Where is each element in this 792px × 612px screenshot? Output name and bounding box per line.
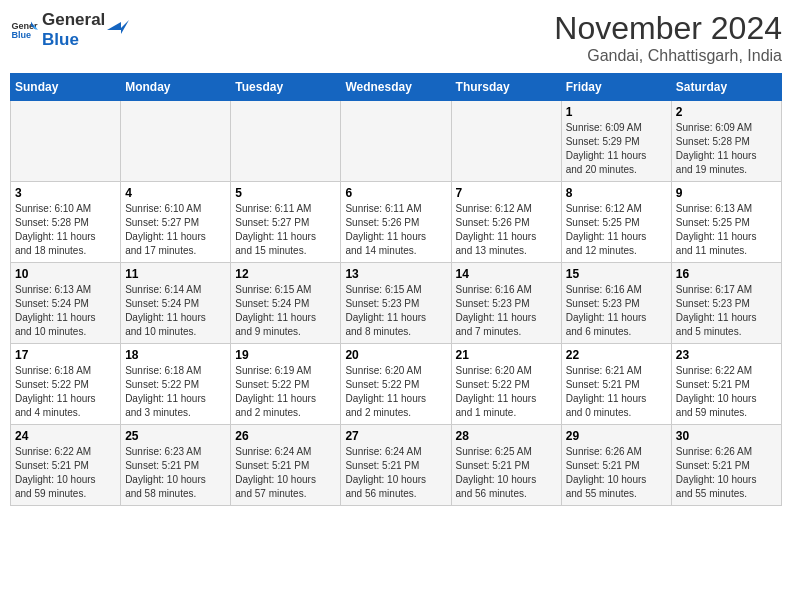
calendar-cell: 23Sunrise: 6:22 AM Sunset: 5:21 PM Dayli…	[671, 344, 781, 425]
day-info: Sunrise: 6:23 AM Sunset: 5:21 PM Dayligh…	[125, 445, 226, 501]
day-number: 29	[566, 429, 667, 443]
day-info: Sunrise: 6:25 AM Sunset: 5:21 PM Dayligh…	[456, 445, 557, 501]
calendar-cell	[121, 101, 231, 182]
calendar-cell: 19Sunrise: 6:19 AM Sunset: 5:22 PM Dayli…	[231, 344, 341, 425]
calendar-cell	[11, 101, 121, 182]
day-info: Sunrise: 6:22 AM Sunset: 5:21 PM Dayligh…	[676, 364, 777, 420]
calendar-cell: 7Sunrise: 6:12 AM Sunset: 5:26 PM Daylig…	[451, 182, 561, 263]
calendar-cell	[341, 101, 451, 182]
logo-bird-icon	[107, 16, 129, 44]
calendar-cell: 3Sunrise: 6:10 AM Sunset: 5:28 PM Daylig…	[11, 182, 121, 263]
calendar-cell: 10Sunrise: 6:13 AM Sunset: 5:24 PM Dayli…	[11, 263, 121, 344]
day-number: 9	[676, 186, 777, 200]
day-info: Sunrise: 6:15 AM Sunset: 5:23 PM Dayligh…	[345, 283, 446, 339]
day-number: 5	[235, 186, 336, 200]
day-info: Sunrise: 6:20 AM Sunset: 5:22 PM Dayligh…	[345, 364, 446, 420]
day-number: 20	[345, 348, 446, 362]
svg-marker-4	[107, 20, 129, 34]
day-info: Sunrise: 6:26 AM Sunset: 5:21 PM Dayligh…	[676, 445, 777, 501]
day-info: Sunrise: 6:24 AM Sunset: 5:21 PM Dayligh…	[345, 445, 446, 501]
logo-general: General	[42, 10, 105, 29]
day-number: 30	[676, 429, 777, 443]
calendar-cell: 20Sunrise: 6:20 AM Sunset: 5:22 PM Dayli…	[341, 344, 451, 425]
weekday-header-wednesday: Wednesday	[341, 74, 451, 101]
day-info: Sunrise: 6:17 AM Sunset: 5:23 PM Dayligh…	[676, 283, 777, 339]
day-number: 16	[676, 267, 777, 281]
day-info: Sunrise: 6:18 AM Sunset: 5:22 PM Dayligh…	[125, 364, 226, 420]
weekday-header-monday: Monday	[121, 74, 231, 101]
calendar-cell: 4Sunrise: 6:10 AM Sunset: 5:27 PM Daylig…	[121, 182, 231, 263]
weekday-header-saturday: Saturday	[671, 74, 781, 101]
weekday-header-sunday: Sunday	[11, 74, 121, 101]
day-number: 11	[125, 267, 226, 281]
title-block: November 2024 Gandai, Chhattisgarh, Indi…	[554, 10, 782, 65]
calendar-cell: 1Sunrise: 6:09 AM Sunset: 5:29 PM Daylig…	[561, 101, 671, 182]
day-info: Sunrise: 6:11 AM Sunset: 5:27 PM Dayligh…	[235, 202, 336, 258]
day-info: Sunrise: 6:09 AM Sunset: 5:29 PM Dayligh…	[566, 121, 667, 177]
day-number: 14	[456, 267, 557, 281]
calendar-cell	[451, 101, 561, 182]
calendar-week-4: 17Sunrise: 6:18 AM Sunset: 5:22 PM Dayli…	[11, 344, 782, 425]
calendar-week-2: 3Sunrise: 6:10 AM Sunset: 5:28 PM Daylig…	[11, 182, 782, 263]
weekday-header-tuesday: Tuesday	[231, 74, 341, 101]
day-info: Sunrise: 6:13 AM Sunset: 5:25 PM Dayligh…	[676, 202, 777, 258]
month-title: November 2024	[554, 10, 782, 47]
page-header: General Blue General Blue November 2024	[10, 10, 782, 65]
calendar-cell: 28Sunrise: 6:25 AM Sunset: 5:21 PM Dayli…	[451, 425, 561, 506]
weekday-header-friday: Friday	[561, 74, 671, 101]
day-number: 3	[15, 186, 116, 200]
day-info: Sunrise: 6:15 AM Sunset: 5:24 PM Dayligh…	[235, 283, 336, 339]
calendar-cell: 15Sunrise: 6:16 AM Sunset: 5:23 PM Dayli…	[561, 263, 671, 344]
day-number: 22	[566, 348, 667, 362]
calendar-week-1: 1Sunrise: 6:09 AM Sunset: 5:29 PM Daylig…	[11, 101, 782, 182]
day-number: 15	[566, 267, 667, 281]
calendar-cell: 17Sunrise: 6:18 AM Sunset: 5:22 PM Dayli…	[11, 344, 121, 425]
calendar-week-3: 10Sunrise: 6:13 AM Sunset: 5:24 PM Dayli…	[11, 263, 782, 344]
day-number: 12	[235, 267, 336, 281]
day-number: 21	[456, 348, 557, 362]
calendar-cell: 2Sunrise: 6:09 AM Sunset: 5:28 PM Daylig…	[671, 101, 781, 182]
day-number: 8	[566, 186, 667, 200]
day-number: 27	[345, 429, 446, 443]
calendar-cell: 14Sunrise: 6:16 AM Sunset: 5:23 PM Dayli…	[451, 263, 561, 344]
day-info: Sunrise: 6:24 AM Sunset: 5:21 PM Dayligh…	[235, 445, 336, 501]
day-info: Sunrise: 6:10 AM Sunset: 5:27 PM Dayligh…	[125, 202, 226, 258]
logo-blue: Blue	[42, 30, 79, 49]
day-number: 24	[15, 429, 116, 443]
calendar-cell: 18Sunrise: 6:18 AM Sunset: 5:22 PM Dayli…	[121, 344, 231, 425]
day-number: 28	[456, 429, 557, 443]
day-number: 26	[235, 429, 336, 443]
day-number: 4	[125, 186, 226, 200]
day-info: Sunrise: 6:12 AM Sunset: 5:26 PM Dayligh…	[456, 202, 557, 258]
day-info: Sunrise: 6:19 AM Sunset: 5:22 PM Dayligh…	[235, 364, 336, 420]
day-info: Sunrise: 6:16 AM Sunset: 5:23 PM Dayligh…	[566, 283, 667, 339]
day-number: 10	[15, 267, 116, 281]
location-subtitle: Gandai, Chhattisgarh, India	[554, 47, 782, 65]
calendar-cell: 5Sunrise: 6:11 AM Sunset: 5:27 PM Daylig…	[231, 182, 341, 263]
calendar-cell: 11Sunrise: 6:14 AM Sunset: 5:24 PM Dayli…	[121, 263, 231, 344]
calendar-cell: 29Sunrise: 6:26 AM Sunset: 5:21 PM Dayli…	[561, 425, 671, 506]
day-info: Sunrise: 6:11 AM Sunset: 5:26 PM Dayligh…	[345, 202, 446, 258]
day-info: Sunrise: 6:16 AM Sunset: 5:23 PM Dayligh…	[456, 283, 557, 339]
day-info: Sunrise: 6:13 AM Sunset: 5:24 PM Dayligh…	[15, 283, 116, 339]
weekday-header-thursday: Thursday	[451, 74, 561, 101]
day-info: Sunrise: 6:12 AM Sunset: 5:25 PM Dayligh…	[566, 202, 667, 258]
calendar-cell: 16Sunrise: 6:17 AM Sunset: 5:23 PM Dayli…	[671, 263, 781, 344]
day-info: Sunrise: 6:26 AM Sunset: 5:21 PM Dayligh…	[566, 445, 667, 501]
day-info: Sunrise: 6:21 AM Sunset: 5:21 PM Dayligh…	[566, 364, 667, 420]
day-number: 13	[345, 267, 446, 281]
day-number: 6	[345, 186, 446, 200]
calendar-cell: 9Sunrise: 6:13 AM Sunset: 5:25 PM Daylig…	[671, 182, 781, 263]
calendar-cell: 26Sunrise: 6:24 AM Sunset: 5:21 PM Dayli…	[231, 425, 341, 506]
day-number: 17	[15, 348, 116, 362]
calendar-cell: 8Sunrise: 6:12 AM Sunset: 5:25 PM Daylig…	[561, 182, 671, 263]
calendar-cell: 21Sunrise: 6:20 AM Sunset: 5:22 PM Dayli…	[451, 344, 561, 425]
calendar-cell	[231, 101, 341, 182]
calendar-cell: 12Sunrise: 6:15 AM Sunset: 5:24 PM Dayli…	[231, 263, 341, 344]
day-info: Sunrise: 6:10 AM Sunset: 5:28 PM Dayligh…	[15, 202, 116, 258]
day-number: 7	[456, 186, 557, 200]
logo-icon: General Blue	[10, 16, 38, 44]
day-number: 25	[125, 429, 226, 443]
day-number: 19	[235, 348, 336, 362]
calendar-cell: 22Sunrise: 6:21 AM Sunset: 5:21 PM Dayli…	[561, 344, 671, 425]
